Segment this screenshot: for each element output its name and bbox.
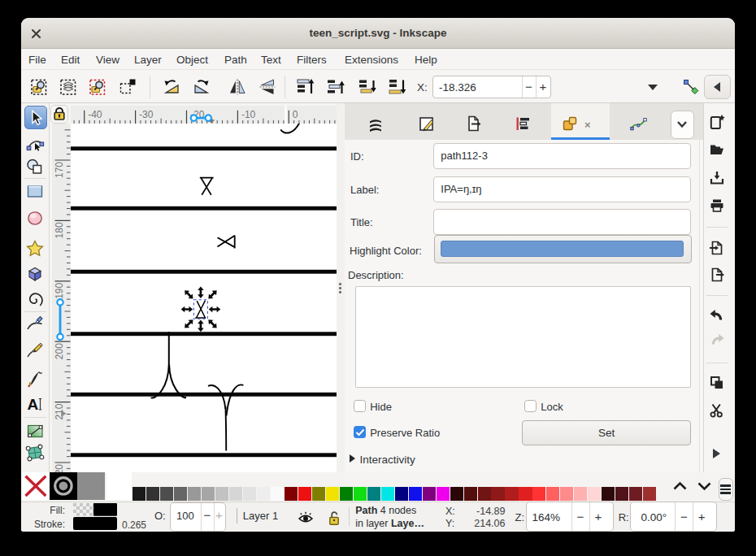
svg-text:-40: -40: [88, 109, 102, 120]
svg-text:190: 190: [54, 283, 65, 299]
svg-text:-10: -10: [241, 109, 255, 120]
svg-text:180: 180: [54, 222, 65, 238]
svg-text:0: 0: [292, 109, 298, 120]
svg-text:A: A: [28, 395, 39, 412]
svg-text:-30: -30: [139, 109, 154, 120]
svg-text:220: 220: [54, 464, 65, 472]
svg-text:200: 200: [54, 343, 65, 359]
svg-text:170: 170: [54, 162, 65, 178]
